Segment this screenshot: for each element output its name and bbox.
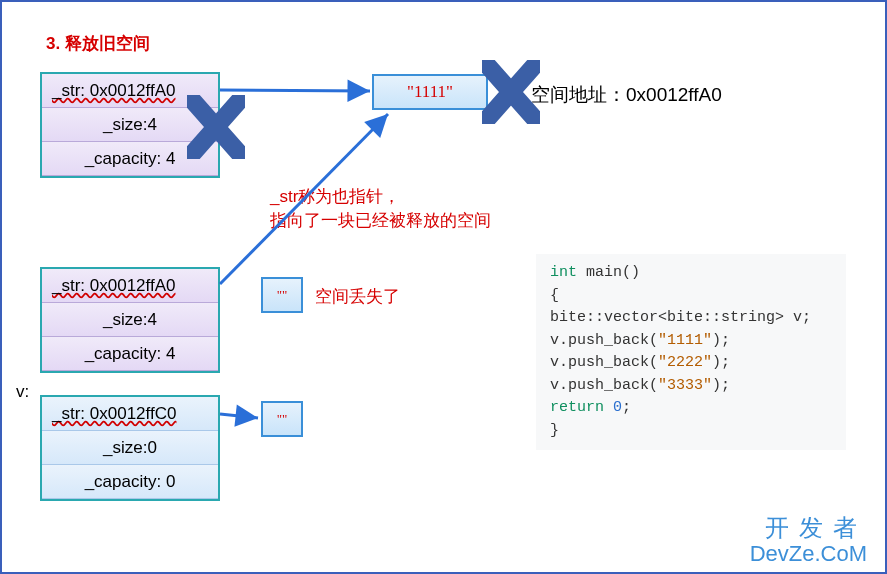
svg-line-0 — [220, 90, 370, 91]
code-snippet: int main() { bite::vector<bite::string> … — [536, 254, 846, 450]
row-capacity: _capacity: 0 — [42, 465, 218, 499]
note-lost: 空间丢失了 — [315, 285, 400, 309]
row-size: _size:4 — [42, 303, 218, 337]
row-str: _str: 0x0012ffC0 — [42, 397, 218, 431]
row-str: _str: 0x0012ffA0 — [42, 269, 218, 303]
heap-box-1111: "1111" — [372, 74, 488, 110]
struct-v1: _str: 0x0012ffC0 _size:0 _capacity: 0 — [40, 395, 220, 501]
heap-box-empty-v1: "" — [261, 401, 303, 437]
address-label: 空间地址：0x0012ffA0 — [531, 82, 722, 108]
heap-box-empty-lost: "" — [261, 277, 303, 313]
diagram-canvas: 3. 释放旧空间 _str: 0x0012ffA0 _size:4 _capac… — [0, 0, 887, 574]
step-title: 3. 释放旧空间 — [46, 32, 150, 55]
struct-v0: _str: 0x0012ffA0 _size:4 _capacity: 4 — [40, 267, 220, 373]
v-label: v: — [16, 382, 29, 402]
row-size: _size:4 — [42, 108, 218, 142]
svg-line-2 — [220, 414, 258, 418]
row-capacity: _capacity: 4 — [42, 142, 218, 176]
row-capacity: _capacity: 4 — [42, 337, 218, 371]
note-dangling: _str称为也指针， 指向了一块已经被释放的空间 — [270, 185, 550, 233]
watermark-logo: 开发者 DevZe.CoM — [750, 515, 867, 566]
row-str: _str: 0x0012ffA0 — [42, 74, 218, 108]
struct-old-element: _str: 0x0012ffA0 _size:4 _capacity: 4 — [40, 72, 220, 178]
row-size: _size:0 — [42, 431, 218, 465]
